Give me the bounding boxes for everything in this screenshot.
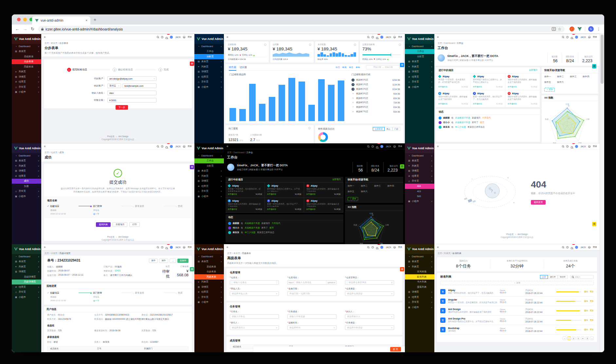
language-label[interactable]: 简体 — [593, 145, 597, 148]
help-icon[interactable] — [566, 36, 569, 38]
sidebar-item[interactable]: 分析页 — [194, 54, 224, 59]
theme-settings-gear-icon[interactable] — [400, 164, 404, 169]
channel-segment-button[interactable]: 门店 — [392, 127, 400, 131]
form-input[interactable]: 请选择审批人员 — [230, 291, 279, 296]
sidebar-item[interactable]: 失败 — [12, 184, 41, 189]
range-preset-link[interactable]: 本周 — [342, 66, 347, 69]
sidebar-item[interactable]: 表单页∨ — [405, 259, 434, 264]
project-cell[interactable]: Alipay 希望是一个好东西，也许是最好的，好东西是不会消亡的 科学搬砖组9小… — [226, 183, 265, 198]
page-button[interactable]: ‹ — [563, 337, 566, 340]
breadcrumb[interactable]: 首页 / 列表页 / 标准列表 — [434, 250, 600, 256]
menu-collapse-icon[interactable] — [44, 35, 45, 39]
team-link[interactable]: 高逼格设计天团 — [455, 121, 470, 124]
sidebar-item[interactable]: 高级表单 — [12, 64, 41, 69]
sidebar-item[interactable]: 表单页∨ — [405, 59, 434, 64]
sidebar-item[interactable]: 小组件∨ — [12, 295, 41, 300]
sidebar-item[interactable]: 异常页∨ — [194, 295, 224, 300]
add-button[interactable]: ＋ 添加 — [348, 197, 358, 201]
help-icon[interactable] — [371, 246, 374, 248]
sidebar-item[interactable]: 标准列表 — [405, 274, 434, 280]
project-cell[interactable]: AAlipay 城镇中有那么多的酒馆，她却偏偏走进了我的酒馆 科学搬砖组9小时前 — [505, 73, 540, 90]
notifications-icon[interactable]: 12 — [166, 34, 168, 40]
sidebar-item[interactable]: 详情页∨ — [12, 74, 41, 80]
project-group-link[interactable]: 科学搬砖组 — [473, 86, 482, 88]
breadcrumb[interactable]: 首页 / Dashboard / 工作台 — [434, 40, 600, 46]
all-projects-link[interactable]: 全部项目 — [529, 69, 537, 72]
next-step-button[interactable]: 下一步 — [116, 105, 128, 110]
help-icon[interactable] — [161, 246, 163, 248]
sidebar-item[interactable]: 异常页∨ — [12, 189, 41, 194]
list-row[interactable]: 支 Bootstrap凛冬将至 Owner付小小 开始时间2018-07-26 … — [440, 325, 594, 335]
sidebar-item[interactable]: Dashboard∧ — [194, 153, 224, 158]
channel-segment-button[interactable]: 线上 — [385, 127, 392, 131]
project-group-link[interactable]: 科学搬砖组 — [438, 86, 447, 88]
language-label[interactable]: 简体 — [188, 145, 192, 148]
quick-op-link[interactable]: 操作五 — [348, 190, 361, 193]
search-icon[interactable] — [562, 246, 564, 248]
app-logo[interactable]: Vue Antd Admin — [194, 244, 224, 254]
user-avatar[interactable] — [380, 36, 383, 39]
notifications-icon[interactable]: 12 — [166, 244, 168, 250]
close-window-button[interactable] — [17, 18, 21, 21]
form-input[interactable]: 请选择仓库管理员 — [345, 280, 394, 285]
payee-name-input[interactable]: Alex — [107, 91, 156, 95]
page-scrollbar[interactable] — [600, 34, 604, 352]
edit-link[interactable]: 编辑 — [584, 300, 588, 303]
page-button[interactable]: 1 — [567, 337, 571, 340]
form-input[interactable]: 请选择时间 — [287, 325, 336, 330]
project-cell[interactable]: Alipay 那时候我只会想自己想要什么，从不想自己拥有什么 科学搬砖组9小时前 — [471, 73, 505, 90]
language-icon[interactable] — [393, 145, 396, 148]
view-project-button[interactable]: 查看项目 — [113, 222, 127, 227]
sidebar-item[interactable]: 表单页∨ — [194, 169, 224, 174]
sidebar-item[interactable]: 小组件∨ — [405, 84, 434, 90]
project-cell[interactable]: Alipay 那时候我只会想自己想要什么，从不想自己拥有什么 科学搬砖组9小时前 — [265, 183, 304, 198]
user-avatar[interactable] — [170, 246, 173, 249]
team-link[interactable]: 中二少女团 — [245, 231, 255, 234]
sidebar-item[interactable]: Dashboard∨ — [194, 254, 224, 259]
urge-link[interactable]: 催一下 — [93, 300, 99, 302]
language-label[interactable]: 简体 — [188, 246, 192, 249]
more-link[interactable]: 更多 — [590, 309, 594, 312]
info-icon[interactable] — [354, 44, 356, 46]
profile-avatar[interactable]: h — [588, 26, 594, 32]
help-icon[interactable] — [371, 145, 374, 148]
quick-op-link[interactable]: 操作一 — [348, 184, 361, 188]
sidebar-item[interactable]: 异常页∨ — [12, 84, 41, 90]
more-link[interactable]: 更多 — [590, 319, 594, 322]
user-avatar[interactable] — [575, 145, 578, 148]
quick-op-link[interactable]: 操作三 — [374, 184, 388, 188]
quick-op-link[interactable]: 操作五 — [544, 81, 557, 84]
menu-collapse-icon[interactable] — [226, 145, 228, 148]
search-icon[interactable] — [157, 145, 159, 147]
search-icon[interactable] — [367, 36, 369, 38]
language-label[interactable]: 简体 — [398, 36, 402, 39]
action-button[interactable]: 操作 — [159, 259, 168, 263]
language-label[interactable]: 简体 — [188, 36, 192, 39]
menu-collapse-icon[interactable] — [437, 246, 439, 249]
sidebar-item[interactable]: 表单页∧ — [194, 259, 224, 264]
project-cell[interactable]: AAlipay 那是一种内在的东西，他们到达不了，也无法触及的 科学搬砖组9小时… — [471, 90, 505, 107]
new-tab-button[interactable]: + — [94, 17, 96, 22]
sidebar-item[interactable]: 列表页∨ — [12, 69, 41, 75]
breadcrumb[interactable]: 首页 / 表单页 / 分步表单 — [41, 40, 194, 46]
add-button[interactable]: ＋ 添加 — [544, 88, 555, 92]
sidebar-item[interactable]: 列表页∨ — [12, 264, 41, 269]
back-home-button[interactable]: 返回首页 — [531, 200, 546, 205]
search-icon[interactable] — [157, 246, 159, 248]
form-input[interactable]: 请选择仓库类型 — [345, 291, 394, 296]
sidebar-item[interactable]: 列表页∨ — [405, 64, 434, 69]
user-avatar[interactable] — [575, 246, 578, 249]
project-cell[interactable]: AAlipay 城镇中有那么多的酒馆，她却偏偏走进了我的酒馆 科学搬砖组9小时前 — [304, 198, 343, 213]
menu-collapse-icon[interactable] — [44, 145, 45, 148]
menu-collapse-icon[interactable] — [226, 246, 228, 249]
more-link[interactable]: 更多 — [590, 290, 594, 293]
language-icon[interactable] — [393, 36, 396, 38]
sidebar-item[interactable]: 404 — [405, 184, 434, 189]
edit-link[interactable]: 编辑 — [584, 309, 588, 312]
form-input[interactable]: 开始日期 ~ 结束日期 — [287, 291, 336, 296]
sidebar-item[interactable]: 工作台 — [194, 158, 224, 164]
sidebar-item[interactable]: 分步表单 — [194, 269, 224, 275]
sidebar-item[interactable]: 详情页∨ — [12, 169, 41, 174]
quick-op-link[interactable]: 操作四 — [583, 75, 595, 78]
filter-button[interactable]: 进行中 — [548, 275, 558, 279]
